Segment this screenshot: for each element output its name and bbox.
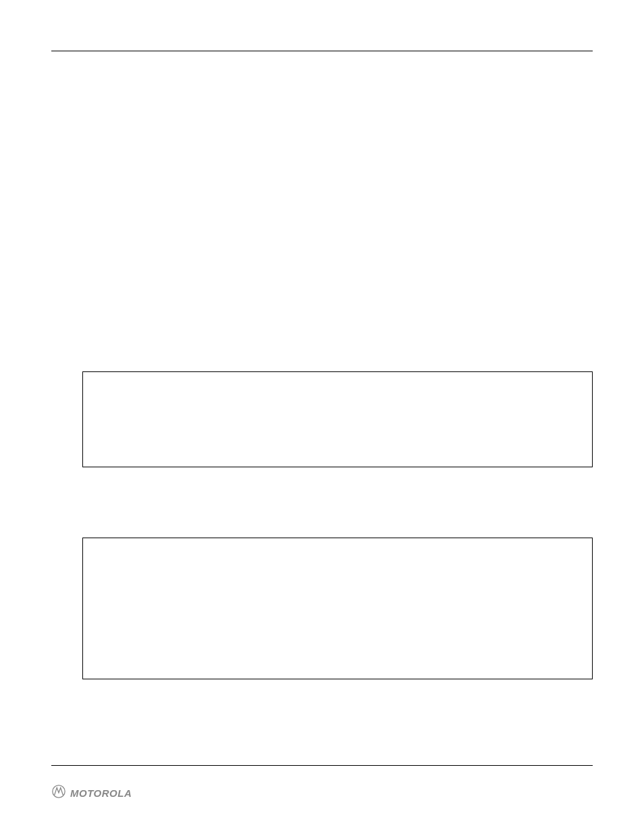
footer-brand: MOTOROLA — [51, 783, 132, 802]
code-box-1 — [82, 371, 593, 467]
page: MOTOROLA — [0, 0, 644, 834]
svg-point-0 — [53, 785, 65, 798]
code-box-2 — [82, 538, 593, 679]
content-area — [51, 58, 593, 760]
header-rule — [51, 51, 593, 51]
brand-text: MOTOROLA — [70, 787, 132, 799]
footer-rule — [51, 765, 593, 766]
motorola-logo-icon — [51, 784, 66, 802]
